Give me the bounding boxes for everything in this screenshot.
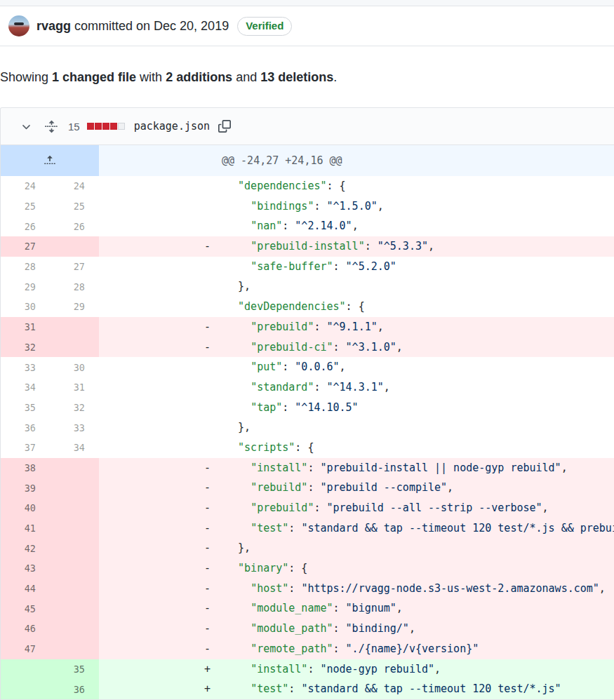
old-line-number[interactable]: 30 (1, 297, 50, 317)
json-string: "prebuild --compile" (320, 481, 447, 494)
summary-changed-files: 1 changed file (52, 70, 136, 84)
new-line-number[interactable]: 30 (50, 357, 99, 377)
json-string: "prebuild --all --strip --verbose" (327, 502, 542, 514)
new-line-number[interactable] (50, 558, 99, 579)
json-key: "devDependencies" (238, 300, 346, 313)
new-line-number[interactable] (50, 619, 99, 639)
code-text: , (378, 321, 384, 333)
code-line: "scripts": { (99, 438, 614, 458)
code-line: "devDependencies": { (99, 297, 614, 317)
commit-meta-text: rvagg committed on Dec 20, 2019 (36, 19, 229, 34)
code-text (225, 300, 238, 313)
avatar[interactable] (8, 15, 29, 36)
diff-marker: - (204, 538, 225, 558)
json-key: "scripts" (238, 441, 295, 454)
new-line-number[interactable] (50, 518, 99, 539)
new-line-number[interactable] (50, 538, 99, 558)
old-line-number[interactable]: 45 (1, 598, 50, 619)
hunk-gutter (1, 145, 99, 176)
code-text: }, (225, 541, 251, 554)
old-line-number[interactable]: 40 (1, 498, 50, 518)
old-line-number[interactable]: 27 (1, 236, 50, 257)
code-text: : (307, 462, 320, 474)
summary-prefix: Showing (0, 70, 52, 84)
new-line-number[interactable] (50, 498, 99, 518)
json-key: "standard" (251, 381, 314, 393)
json-key: "test" (251, 682, 288, 695)
diffstat-block-del (87, 123, 94, 130)
old-line-number[interactable]: 47 (1, 639, 50, 659)
old-line-number[interactable]: 46 (1, 619, 50, 639)
diff-marker: - (204, 558, 225, 579)
collapse-file-button[interactable] (20, 121, 32, 133)
new-line-number[interactable] (50, 236, 99, 257)
code-line: "bindings": "^1.5.0", (99, 196, 614, 217)
expand-all-button[interactable] (45, 120, 58, 133)
new-line-number[interactable]: 33 (50, 417, 99, 438)
file-name[interactable]: package.json (134, 120, 210, 133)
old-line-number[interactable]: 25 (1, 196, 50, 217)
old-line-number[interactable]: 41 (1, 518, 50, 539)
new-line-number[interactable]: 29 (50, 297, 99, 317)
copy-icon (218, 120, 231, 133)
code-text: : (314, 502, 326, 514)
verified-badge[interactable]: Verified (237, 17, 292, 36)
new-line-number[interactable] (50, 317, 99, 337)
old-line-number[interactable]: 28 (1, 257, 50, 277)
old-line-number[interactable]: 37 (1, 438, 50, 458)
new-line-number[interactable]: 27 (50, 257, 99, 277)
old-line-number[interactable]: 44 (1, 579, 50, 599)
code-text (225, 200, 251, 213)
code-text (225, 622, 251, 635)
old-line-number[interactable]: 39 (1, 478, 50, 498)
old-line-number[interactable]: 26 (1, 216, 50, 236)
old-line-number[interactable]: 43 (1, 558, 50, 579)
diffstat-count: 15 (68, 121, 80, 133)
new-line-number[interactable]: 35 (50, 659, 99, 680)
old-line-number[interactable] (1, 659, 50, 680)
diffstat-blocks (87, 123, 126, 130)
diff-row-context: 2928 }, (1, 276, 614, 297)
old-line-number[interactable]: 42 (1, 538, 50, 558)
new-line-number[interactable]: 24 (50, 176, 99, 196)
old-line-number[interactable]: 33 (1, 357, 50, 377)
new-line-number[interactable]: 26 (50, 216, 99, 236)
copy-file-path-button[interactable] (218, 120, 231, 133)
new-line-number[interactable] (50, 337, 99, 358)
old-line-number[interactable]: 35 (1, 398, 50, 418)
new-line-number[interactable]: 36 (50, 679, 99, 699)
code-text: : (333, 341, 346, 354)
code-line: - "test": "standard && tap --timeout 120… (99, 518, 614, 539)
old-line-number[interactable]: 29 (1, 276, 50, 297)
new-line-number[interactable]: 34 (50, 438, 99, 458)
new-line-number[interactable]: 32 (50, 398, 99, 418)
new-line-number[interactable]: 31 (50, 377, 99, 398)
json-key: "module_name" (251, 602, 333, 614)
diff-marker: - (204, 518, 225, 539)
diff-row-add: 36+ "test": "standard && tap --timeout 1… (1, 679, 614, 699)
old-line-number[interactable] (1, 679, 50, 699)
diff-row-context: 3734 "scripts": { (1, 438, 614, 458)
new-line-number[interactable] (50, 579, 99, 599)
new-line-number[interactable] (50, 598, 99, 619)
expand-up-button[interactable] (1, 145, 99, 176)
code-line: - "binary": { (99, 558, 614, 579)
old-line-number[interactable]: 24 (1, 176, 50, 196)
old-line-number[interactable]: 31 (1, 317, 50, 337)
old-line-number[interactable]: 32 (1, 337, 50, 358)
json-key: "put" (251, 361, 282, 373)
new-line-number[interactable]: 25 (50, 196, 99, 217)
old-line-number[interactable]: 36 (1, 417, 50, 438)
old-line-number[interactable]: 34 (1, 377, 50, 398)
new-line-number[interactable] (50, 478, 99, 498)
json-string: "^5.2.0" (346, 260, 396, 273)
diff-row-del: 44- "host": "https://rvagg-node.s3-us-we… (1, 579, 614, 599)
old-line-number[interactable]: 38 (1, 458, 50, 478)
diff-row-del: 31- "prebuild": "^9.1.1", (1, 317, 614, 337)
new-line-number[interactable]: 28 (50, 276, 99, 297)
json-key: "install" (251, 462, 307, 474)
new-line-number[interactable] (50, 639, 99, 659)
json-key: "safe-buffer" (251, 260, 333, 273)
author-link[interactable]: rvagg (36, 19, 71, 33)
new-line-number[interactable] (50, 458, 99, 478)
